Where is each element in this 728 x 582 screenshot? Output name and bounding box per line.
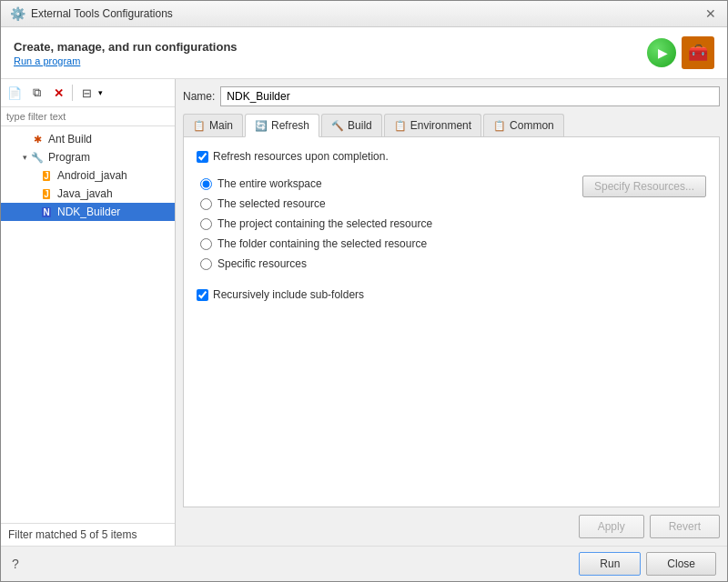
- refresh-tab-content: Refresh resources upon completion. The e…: [183, 137, 720, 507]
- dialog-footer: ? Run Close: [1, 546, 727, 581]
- header-right: 🧰: [647, 36, 714, 69]
- tab-common[interactable]: 📋 Common: [483, 114, 564, 136]
- dialog-header: Create, manage, and run configurations R…: [1, 27, 727, 79]
- tree-item-ant-build[interactable]: ✱ Ant Build: [1, 130, 175, 148]
- tree-item-label: Java_javah: [57, 187, 113, 200]
- sidebar-footer: Filter matched 5 of 5 items: [1, 523, 175, 546]
- sidebar-toolbar: 📄 ⧉ ✕ ⊟ ▾: [1, 79, 175, 107]
- tab-common-label: Common: [510, 119, 554, 132]
- radio-folder-containing-input[interactable]: [200, 238, 212, 250]
- radio-group: The entire workspace The selected resour…: [197, 177, 432, 270]
- tree-item-label: NDK_Builder: [57, 206, 120, 218]
- filter-input[interactable]: [1, 107, 175, 126]
- radio-entire-workspace-label[interactable]: The entire workspace: [217, 177, 322, 190]
- name-label: Name:: [183, 90, 215, 103]
- right-panel: Name: 📋 Main 🔄 Refresh 🔨 Build 📋: [176, 79, 727, 546]
- tree-area: ✱ Ant Build ▾ 🔧 Program J Android_javah: [1, 126, 175, 523]
- tree-item-java-javah[interactable]: J Java_javah: [1, 185, 175, 203]
- refresh-checkbox-row: Refresh resources upon completion.: [197, 150, 706, 163]
- sidebar: 📄 ⧉ ✕ ⊟ ▾ ✱ Ant Build ▾ 🔧 Progra: [1, 79, 176, 546]
- radio-selected-resource: The selected resource: [200, 197, 432, 210]
- tabs-row: 📋 Main 🔄 Refresh 🔨 Build 📋 Environment 📋: [183, 114, 720, 137]
- radio-specify-row: The entire workspace The selected resour…: [197, 177, 706, 283]
- tab-refresh[interactable]: 🔄 Refresh: [245, 114, 319, 137]
- tab-main[interactable]: 📋 Main: [183, 114, 243, 136]
- run-config-icon: [647, 38, 676, 67]
- tree-item-ndk-builder[interactable]: N NDK_Builder: [1, 203, 175, 221]
- radio-specific-resources-label[interactable]: Specific resources: [217, 257, 307, 270]
- title-bar: ⚙️ External Tools Configurations ✕: [1, 1, 727, 27]
- toolbox-icon: 🧰: [682, 36, 714, 69]
- radio-folder-containing: The folder containing the selected resou…: [200, 237, 432, 250]
- more-options-dropdown[interactable]: ▾: [98, 88, 103, 97]
- main-content: 📄 ⧉ ✕ ⊟ ▾ ✱ Ant Build ▾ 🔧 Progra: [1, 79, 727, 546]
- help-button[interactable]: ?: [12, 557, 19, 571]
- radio-folder-containing-label[interactable]: The folder containing the selected resou…: [217, 237, 427, 250]
- recursively-checkbox-row: Recursively include sub-folders: [197, 288, 706, 301]
- bottom-buttons: Apply Revert: [183, 507, 720, 538]
- radio-project-containing-label[interactable]: The project containing the selected reso…: [217, 217, 432, 230]
- dialog-title: Create, manage, and run configurations: [14, 40, 238, 54]
- delete-config-button[interactable]: ✕: [48, 83, 68, 103]
- collapse-all-button[interactable]: ⊟: [76, 83, 96, 103]
- revert-button[interactable]: Revert: [650, 515, 720, 538]
- run-button[interactable]: Run: [579, 552, 641, 576]
- env-tab-icon: 📋: [394, 120, 407, 132]
- refresh-checkbox[interactable]: [197, 151, 208, 163]
- config-name-input[interactable]: [220, 86, 720, 106]
- tab-environment[interactable]: 📋 Environment: [384, 114, 481, 136]
- radio-project-containing-input[interactable]: [200, 218, 212, 230]
- refresh-tab-icon: 🔄: [255, 120, 268, 132]
- recursively-checkbox-label[interactable]: Recursively include sub-folders: [213, 288, 364, 301]
- close-button[interactable]: Close: [646, 552, 716, 576]
- tree-item-label: Program: [48, 151, 90, 164]
- tab-build[interactable]: 🔨 Build: [321, 114, 382, 136]
- window-title: External Tools Configurations: [31, 7, 698, 20]
- tab-environment-label: Environment: [410, 119, 471, 132]
- refresh-checkbox-label[interactable]: Refresh resources upon completion.: [213, 150, 389, 163]
- build-tab-icon: 🔨: [331, 120, 344, 132]
- tree-item-label: Ant Build: [48, 133, 92, 146]
- common-tab-icon: 📋: [493, 120, 506, 132]
- tabs-container: 📋 Main 🔄 Refresh 🔨 Build 📋 Environment 📋: [183, 114, 720, 507]
- tab-main-label: Main: [209, 119, 233, 132]
- header-left: Create, manage, and run configurations R…: [14, 40, 238, 66]
- window-icon: ⚙️: [10, 6, 25, 21]
- main-tab-icon: 📋: [193, 120, 206, 132]
- tree-item-label: Android_javah: [57, 169, 127, 182]
- apply-button[interactable]: Apply: [579, 515, 644, 538]
- duplicate-config-button[interactable]: ⧉: [26, 83, 46, 103]
- tree-arrow-expand: ▾: [19, 153, 30, 162]
- specify-resources-button[interactable]: Specify Resources...: [582, 176, 706, 197]
- radio-entire-workspace: The entire workspace: [200, 177, 432, 190]
- filter-status: Filter matched 5 of 5 items: [8, 528, 136, 541]
- ant-icon: ✱: [30, 132, 45, 146]
- radio-selected-resource-label[interactable]: The selected resource: [217, 197, 326, 210]
- java-icon: J: [39, 168, 54, 183]
- footer-right: Run Close: [579, 552, 716, 576]
- toolbar-separator: [72, 85, 73, 101]
- recursively-checkbox[interactable]: [197, 289, 208, 301]
- tab-refresh-label: Refresh: [271, 119, 309, 132]
- run-program-link[interactable]: Run a program: [14, 55, 238, 66]
- radio-selected-resource-input[interactable]: [200, 198, 212, 210]
- name-row: Name:: [183, 86, 720, 106]
- tab-build-label: Build: [348, 119, 372, 132]
- java2-icon: J: [39, 186, 54, 201]
- radio-specific-resources-input[interactable]: [200, 258, 212, 270]
- tree-item-android-javah[interactable]: J Android_javah: [1, 166, 175, 185]
- radio-specific-resources: Specific resources: [200, 257, 432, 270]
- new-config-button[interactable]: 📄: [5, 83, 25, 103]
- ndk-icon: N: [39, 205, 54, 219]
- program-icon: 🔧: [30, 150, 45, 165]
- tree-item-program[interactable]: ▾ 🔧 Program: [1, 148, 175, 166]
- window-close-button[interactable]: ✕: [703, 6, 718, 21]
- radio-entire-workspace-input[interactable]: [200, 178, 212, 190]
- radio-project-containing: The project containing the selected reso…: [200, 217, 432, 230]
